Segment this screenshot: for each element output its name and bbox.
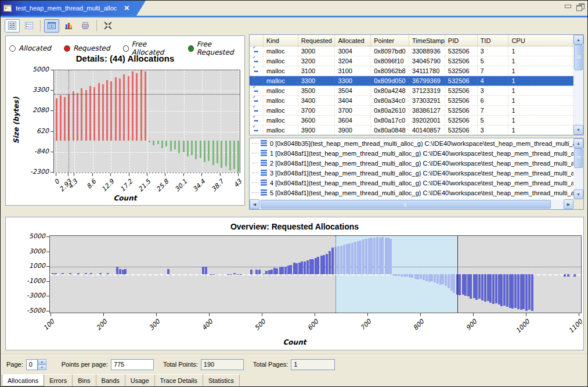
tab-trace-details[interactable]: Trace Details bbox=[155, 374, 203, 386]
overview-bar[interactable] bbox=[258, 270, 261, 274]
overview-bar[interactable] bbox=[282, 267, 284, 274]
allocation-bar[interactable] bbox=[102, 84, 104, 140]
allocation-bar[interactable] bbox=[174, 141, 176, 150]
page-spinner[interactable]: ▲ ▼ bbox=[38, 359, 46, 370]
overview-bar[interactable] bbox=[431, 274, 433, 281]
overview-bar[interactable] bbox=[265, 271, 268, 274]
overview-bar[interactable] bbox=[459, 274, 461, 295]
allocation-bar[interactable] bbox=[77, 93, 78, 141]
overview-bar[interactable] bbox=[425, 274, 428, 281]
allocation-bar[interactable] bbox=[191, 141, 193, 155]
overview-bar[interactable] bbox=[423, 274, 425, 280]
scroll-down-icon[interactable]: ▼ bbox=[573, 125, 583, 135]
trace-list-item[interactable]: 1 [0x8048af1](test_heap_mem_thread_multi… bbox=[250, 148, 573, 158]
overview-bar[interactable] bbox=[487, 274, 489, 301]
overview-bar[interactable] bbox=[85, 273, 87, 274]
overview-bar[interactable] bbox=[401, 274, 403, 277]
overview-bar[interactable] bbox=[376, 237, 378, 274]
allocation-bar[interactable] bbox=[140, 70, 142, 141]
overview-bar[interactable] bbox=[531, 274, 533, 311]
table-row[interactable]: ➥malloc340034040x80a34c03730329153250661 bbox=[250, 96, 573, 106]
view-tab[interactable]: test_heap_mem_thread_multi_alloc ✕ bbox=[1, 1, 136, 16]
overview-bar[interactable] bbox=[448, 274, 450, 288]
bar-chart-button[interactable] bbox=[61, 19, 76, 33]
overview-bar[interactable] bbox=[420, 274, 422, 279]
allocation-bar[interactable] bbox=[170, 141, 172, 151]
table-vertical-scrollbar[interactable]: ▲ ▼ bbox=[573, 35, 583, 135]
trace-hscroll-thumb[interactable] bbox=[261, 200, 551, 209]
table-row[interactable]: ➥malloc370037000x80a26103838612753250671 bbox=[250, 106, 573, 116]
column-header-tid[interactable]: TID bbox=[478, 35, 509, 46]
spinner-up-icon[interactable]: ▲ bbox=[38, 359, 46, 365]
overview-bar[interactable] bbox=[124, 269, 127, 274]
overview-bar[interactable] bbox=[500, 274, 503, 306]
overview-bar[interactable] bbox=[212, 274, 215, 275]
scroll-up-icon[interactable]: ▲ bbox=[573, 35, 583, 45]
overview-bar[interactable] bbox=[233, 273, 236, 274]
overview-bar[interactable] bbox=[55, 273, 57, 274]
overview-bar[interactable] bbox=[205, 267, 207, 274]
spinner-down-icon[interactable]: ▼ bbox=[38, 364, 46, 370]
allocation-bar[interactable] bbox=[56, 98, 57, 140]
overview-bar[interactable] bbox=[528, 274, 531, 310]
legend-radio-icon[interactable] bbox=[9, 45, 16, 52]
overview-bar[interactable] bbox=[227, 274, 229, 275]
scroll-up-icon[interactable]: ▲ bbox=[573, 138, 583, 148]
overview-bar[interactable] bbox=[503, 274, 506, 306]
overview-bar[interactable] bbox=[520, 274, 522, 310]
tab-errors[interactable]: Errors bbox=[44, 374, 73, 386]
scroll-down-icon[interactable]: ▼ bbox=[573, 189, 583, 199]
overview-bar[interactable] bbox=[340, 246, 342, 274]
overview-bar[interactable] bbox=[406, 274, 408, 277]
allocation-bar[interactable] bbox=[145, 71, 146, 140]
overview-bar[interactable] bbox=[331, 248, 334, 274]
overview-bar[interactable] bbox=[385, 238, 387, 274]
allocation-bar[interactable] bbox=[73, 91, 74, 140]
overview-bar[interactable] bbox=[475, 274, 478, 300]
legend-radio-icon[interactable] bbox=[64, 45, 70, 52]
overview-bar[interactable] bbox=[514, 274, 517, 308]
overview-bar[interactable] bbox=[442, 274, 444, 284]
allocation-bar[interactable] bbox=[208, 141, 210, 161]
overview-bar[interactable] bbox=[167, 269, 169, 274]
overview-bar[interactable] bbox=[320, 256, 323, 274]
overview-bar[interactable] bbox=[411, 274, 413, 278]
overview-bar[interactable] bbox=[298, 263, 301, 274]
overview-bar[interactable] bbox=[395, 274, 397, 276]
overview-bar[interactable] bbox=[69, 273, 71, 274]
overview-bar[interactable] bbox=[284, 267, 287, 274]
overview-bar[interactable] bbox=[439, 274, 442, 285]
overview-bar[interactable] bbox=[329, 251, 331, 274]
allocation-bar[interactable] bbox=[217, 141, 218, 164]
overview-bar[interactable] bbox=[495, 274, 497, 303]
overview-bar[interactable] bbox=[481, 274, 484, 300]
allocation-bar[interactable] bbox=[195, 141, 197, 160]
overview-bar[interactable] bbox=[315, 258, 317, 274]
table-row[interactable]: ➥malloc310031000x80962b83411178053250671 bbox=[250, 66, 573, 76]
trace-list-item[interactable]: 2 [0x8048af1](test_heap_mem_thread_multi… bbox=[250, 158, 573, 168]
overview-bar[interactable] bbox=[506, 274, 508, 307]
scroll-left-icon[interactable]: ◀ bbox=[250, 199, 259, 209]
overview-bar[interactable] bbox=[309, 259, 312, 274]
allocation-bar[interactable] bbox=[64, 97, 66, 141]
overview-bar[interactable] bbox=[453, 274, 455, 293]
overview-bar[interactable] bbox=[511, 274, 514, 309]
allocation-bar[interactable] bbox=[115, 77, 117, 140]
overview-bar[interactable] bbox=[379, 238, 381, 274]
minimize-icon[interactable] bbox=[564, 3, 572, 10]
overview-bar[interactable] bbox=[450, 274, 453, 291]
overview-bar[interactable] bbox=[509, 274, 511, 308]
overview-bar[interactable] bbox=[52, 273, 54, 274]
overview-bar[interactable] bbox=[417, 274, 419, 280]
allocation-bar[interactable] bbox=[165, 141, 167, 147]
allocation-bar[interactable] bbox=[110, 81, 112, 140]
allocation-bar[interactable] bbox=[200, 141, 201, 158]
column-header-pid[interactable]: PID bbox=[445, 35, 478, 46]
column-header-pointer[interactable]: Pointer bbox=[371, 35, 409, 46]
overview-bar[interactable] bbox=[122, 270, 124, 274]
overview-bar[interactable] bbox=[409, 274, 411, 277]
overview-bar[interactable] bbox=[381, 237, 384, 274]
trace-list-item[interactable]: 3 [0x8048af1](test_heap_mem_thread_multi… bbox=[250, 168, 573, 178]
allocation-bar[interactable] bbox=[153, 141, 154, 145]
tab-usage[interactable]: Usage bbox=[125, 374, 155, 386]
